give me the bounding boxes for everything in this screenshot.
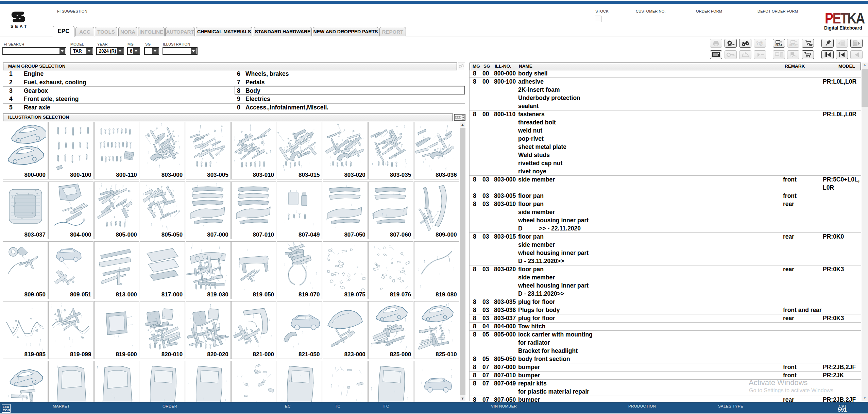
- svg-text:DEPOT: DEPOT: [789, 44, 798, 46]
- svg-text:?@: ?@: [756, 40, 763, 46]
- svg-text:ELSA: ELSA: [776, 44, 783, 47]
- svg-text:SEAT: SEAT: [11, 24, 28, 29]
